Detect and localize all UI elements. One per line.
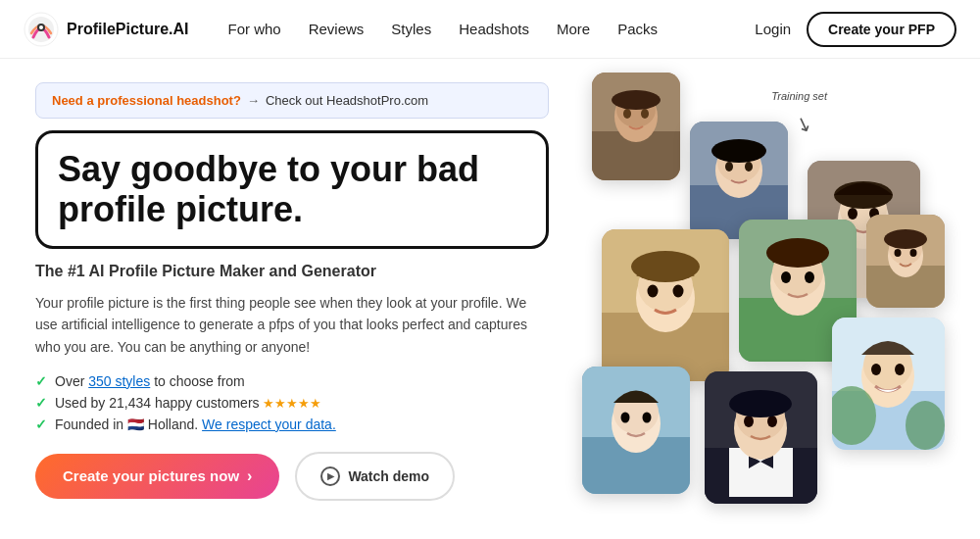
- svg-point-59: [744, 416, 754, 427]
- nav-right: Login Create your PFP: [755, 12, 956, 47]
- svg-point-67: [895, 364, 905, 375]
- svg-point-45: [884, 229, 927, 249]
- svg-point-60: [767, 416, 777, 427]
- svg-point-37: [805, 271, 814, 283]
- svg-point-29: [648, 285, 659, 298]
- hero-right: Training set ↘: [572, 82, 945, 539]
- collage-photo-4: [602, 229, 729, 381]
- nav-styles[interactable]: Styles: [391, 21, 431, 37]
- hero-headline: Say goodbye to your bad profile picture.: [58, 149, 526, 230]
- create-pfp-button[interactable]: Create your PFP: [807, 12, 956, 47]
- play-icon: ▶: [320, 466, 340, 486]
- checklist-item-2: ✓ Used by 21,434 happy customers ★★★★★: [35, 395, 549, 411]
- svg-point-31: [631, 251, 700, 282]
- stars: ★★★★★: [263, 396, 321, 411]
- watch-demo-label: Watch demo: [348, 468, 429, 484]
- banner-arrow: →: [247, 93, 260, 108]
- svg-point-22: [848, 208, 858, 220]
- nav-more[interactable]: More: [557, 21, 590, 37]
- hero-description: Your profile picture is the first thing …: [35, 292, 545, 358]
- nav-for-who[interactable]: For who: [227, 21, 280, 37]
- svg-point-16: [745, 162, 753, 172]
- promo-banner: Need a professional headshot? → Check ou…: [35, 82, 549, 119]
- login-button[interactable]: Login: [755, 21, 791, 37]
- svg-point-36: [781, 271, 791, 283]
- image-collage: Training set ↘: [572, 73, 955, 539]
- svg-point-44: [910, 249, 917, 257]
- collage-photo-6: [866, 215, 945, 308]
- svg-point-3: [39, 25, 43, 29]
- cta-row: Create your pictures now › ▶ Watch demo: [35, 452, 549, 501]
- svg-point-9: [641, 109, 649, 119]
- check-icon-3: ✓: [35, 416, 47, 432]
- svg-point-66: [871, 364, 881, 375]
- collage-photo-7: [582, 367, 690, 494]
- nav-packs[interactable]: Packs: [617, 21, 658, 37]
- hero-left: Need a professional headshot? → Check ou…: [35, 82, 549, 539]
- watch-demo-button[interactable]: ▶ Watch demo: [295, 452, 455, 501]
- svg-point-30: [673, 285, 684, 298]
- svg-point-8: [623, 109, 631, 119]
- svg-point-61: [729, 390, 792, 417]
- logo-icon: [24, 12, 59, 47]
- cta-arrow: ›: [247, 467, 252, 485]
- svg-point-17: [711, 139, 766, 163]
- svg-point-38: [766, 238, 829, 268]
- training-arrow: ↘: [792, 110, 815, 137]
- nav-reviews[interactable]: Reviews: [309, 21, 365, 37]
- banner-highlight[interactable]: Need a professional headshot?: [52, 93, 241, 108]
- svg-point-15: [725, 162, 733, 172]
- collage-photo-1: [592, 73, 680, 180]
- svg-point-51: [643, 413, 652, 423]
- nav-headshots[interactable]: Headshots: [459, 21, 529, 37]
- svg-point-43: [895, 249, 902, 257]
- hero-subtitle: The #1 AI Profile Picture Maker and Gene…: [35, 263, 549, 280]
- logo-label: ProfilePicture.AI: [67, 21, 188, 38]
- svg-point-10: [612, 90, 661, 110]
- create-pictures-button[interactable]: Create your pictures now ›: [35, 454, 279, 499]
- styles-link[interactable]: 350 styles: [88, 373, 150, 389]
- check-icon-2: ✓: [35, 395, 47, 411]
- create-pictures-label: Create your pictures now: [63, 467, 239, 484]
- navbar: ProfilePicture.AI For who Reviews Styles…: [0, 0, 980, 59]
- check-icon-1: ✓: [35, 373, 47, 389]
- main-content: Need a professional headshot? → Check ou…: [0, 59, 980, 539]
- nav-links: For who Reviews Styles Headshots More Pa…: [227, 21, 747, 37]
- data-privacy-link[interactable]: We respect your data.: [202, 416, 336, 432]
- svg-point-50: [621, 413, 630, 423]
- logo[interactable]: ProfilePicture.AI: [24, 12, 188, 47]
- collage-photo-9: [832, 318, 945, 450]
- checklist-item-3: ✓ Founded in 🇳🇱 Holland. We respect your…: [35, 416, 549, 432]
- checklist-item-1: ✓ Over 350 styles to choose from: [35, 373, 549, 389]
- banner-text[interactable]: Check out HeadshotPro.com: [266, 93, 428, 108]
- headline-box: Say goodbye to your bad profile picture.: [35, 130, 549, 249]
- training-set-label: Training set: [771, 90, 827, 102]
- feature-checklist: ✓ Over 350 styles to choose from ✓ Used …: [35, 373, 549, 432]
- svg-point-69: [906, 401, 945, 450]
- collage-photo-8: [705, 371, 817, 504]
